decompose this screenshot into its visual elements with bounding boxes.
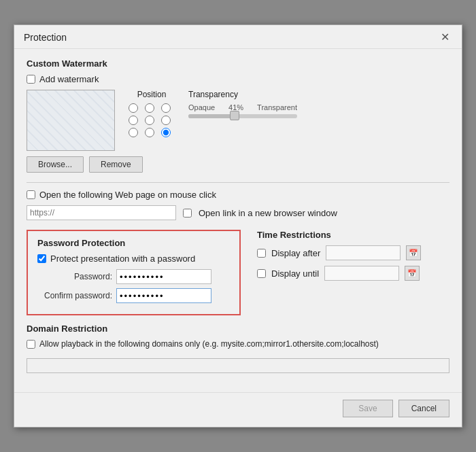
browse-button[interactable]: Browse... bbox=[27, 156, 84, 173]
cal-icon1: 📅 bbox=[409, 249, 418, 258]
add-watermark-checkbox[interactable] bbox=[27, 75, 35, 84]
password-title: Password Protection bbox=[37, 238, 230, 248]
domain-title: Domain Restriction bbox=[27, 324, 449, 334]
dialog-content: Custom Watermark Add watermark Position bbox=[14, 49, 462, 392]
domain-section: Domain Restriction Allow playback in the… bbox=[27, 324, 449, 373]
confirm-row: Confirm password: bbox=[37, 288, 230, 303]
title-bar: Protection ✕ bbox=[14, 25, 462, 49]
transparency-labels: Opaque 41% Transparent bbox=[188, 103, 297, 111]
remove-button[interactable]: Remove bbox=[89, 156, 143, 173]
new-window-checkbox[interactable] bbox=[183, 209, 192, 218]
display-after-label: Display after bbox=[271, 248, 320, 258]
domain-checkbox-row: Allow playback in the following domains … bbox=[27, 339, 449, 349]
webpage-checkbox[interactable] bbox=[27, 190, 35, 199]
pos-bl[interactable] bbox=[129, 128, 138, 137]
display-until-input[interactable] bbox=[324, 266, 399, 281]
display-until-cal-btn[interactable]: 📅 bbox=[405, 266, 420, 281]
transparency-title: Transparency bbox=[188, 90, 297, 99]
watermark-preview bbox=[27, 90, 115, 151]
close-button[interactable]: ✕ bbox=[438, 32, 452, 43]
display-after-row: Display after 📅 bbox=[257, 245, 449, 260]
dialog-title: Protection bbox=[24, 32, 67, 43]
pos-tl[interactable] bbox=[129, 103, 138, 113]
divider1 bbox=[27, 182, 449, 183]
watermark-area: Position Transparency bbox=[27, 90, 449, 151]
watermark-title: Custom Watermark bbox=[27, 58, 449, 69]
display-after-input[interactable] bbox=[326, 245, 401, 260]
radio-grid bbox=[129, 103, 175, 137]
pos-mc[interactable] bbox=[145, 116, 154, 125]
pos-ml[interactable] bbox=[129, 116, 138, 125]
slider-thumb[interactable] bbox=[230, 111, 239, 120]
cal-icon2: 📅 bbox=[407, 269, 417, 278]
time-title: Time Restrictions bbox=[257, 230, 449, 240]
slider-track[interactable] bbox=[188, 114, 297, 118]
browse-remove-row: Browse... Remove bbox=[27, 156, 449, 173]
pos-tr[interactable] bbox=[161, 103, 171, 113]
pos-br[interactable] bbox=[161, 128, 171, 137]
confirm-input[interactable] bbox=[116, 288, 211, 303]
footer: Save Cancel bbox=[14, 392, 462, 427]
save-button[interactable]: Save bbox=[343, 400, 392, 417]
transparency-section: Transparency Opaque 41% Transparent bbox=[188, 90, 297, 118]
url-row: Open link in a new browser window bbox=[27, 205, 449, 220]
position-title: Position bbox=[137, 90, 167, 99]
password-row: Password: bbox=[37, 269, 230, 284]
password-label: Password: bbox=[37, 272, 112, 281]
confirm-label: Confirm password: bbox=[37, 291, 112, 300]
watermark-section: Custom Watermark Add watermark Position bbox=[27, 58, 449, 173]
pos-mr[interactable] bbox=[161, 116, 171, 125]
display-until-checkbox[interactable] bbox=[257, 269, 266, 278]
webpage-checkbox-row: Open the following Web page on mouse cli… bbox=[27, 190, 449, 200]
webpage-section: Open the following Web page on mouse cli… bbox=[27, 190, 449, 220]
two-col: Password Protection Protect presentation… bbox=[27, 230, 449, 315]
display-until-label: Display until bbox=[271, 268, 319, 279]
display-after-cal-btn[interactable]: 📅 bbox=[406, 245, 421, 260]
opaque-label: Opaque bbox=[188, 103, 215, 111]
pos-tc[interactable] bbox=[145, 103, 154, 113]
domain-input[interactable] bbox=[27, 358, 449, 373]
domain-label: Allow playback in the following domains … bbox=[39, 339, 379, 349]
display-after-checkbox[interactable] bbox=[257, 249, 266, 258]
protect-label: Protect presentation with a password bbox=[50, 254, 195, 264]
time-section: Time Restrictions Display after 📅 Displa… bbox=[254, 230, 449, 315]
password-input[interactable] bbox=[116, 269, 211, 284]
domain-checkbox[interactable] bbox=[27, 340, 35, 349]
cancel-button[interactable]: Cancel bbox=[398, 400, 449, 417]
new-window-label: Open link in a new browser window bbox=[199, 208, 337, 218]
protect-checkbox[interactable] bbox=[37, 254, 46, 263]
position-grid: Position bbox=[129, 90, 175, 137]
protect-checkbox-row: Protect presentation with a password bbox=[37, 254, 230, 264]
pos-bc[interactable] bbox=[145, 128, 154, 137]
transparent-label: Transparent bbox=[257, 103, 297, 111]
add-watermark-label: Add watermark bbox=[39, 74, 99, 84]
webpage-label: Open the following Web page on mouse cli… bbox=[39, 190, 216, 200]
slider-fill bbox=[188, 114, 233, 118]
url-input[interactable] bbox=[27, 205, 176, 220]
add-watermark-row: Add watermark bbox=[27, 74, 449, 84]
display-until-row: Display until 📅 bbox=[257, 266, 449, 281]
password-section: Password Protection Protect presentation… bbox=[27, 230, 241, 315]
protection-dialog: Protection ✕ Custom Watermark Add waterm… bbox=[14, 24, 462, 428]
